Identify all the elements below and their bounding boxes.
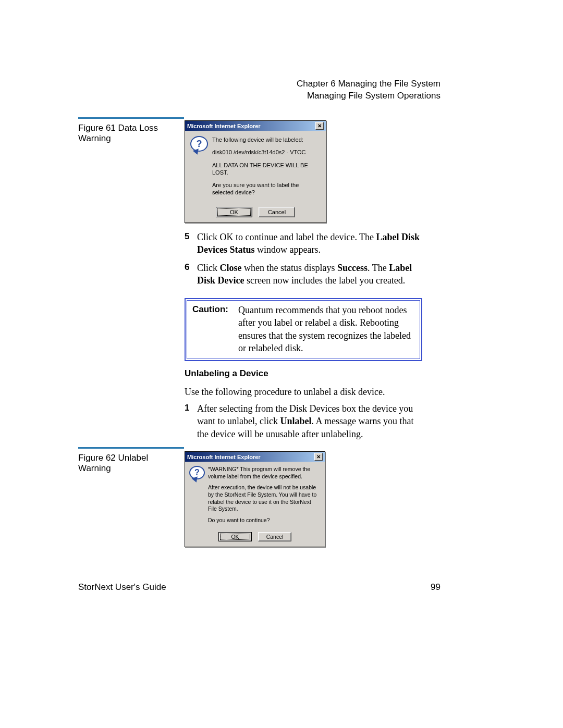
dialog-titlebar: Microsoft Internet Explorer ✕: [185, 121, 326, 131]
step-6-text: Click Close when the status displays Suc…: [197, 262, 424, 287]
caution-text: Quantum recommends that you reboot nodes…: [238, 304, 414, 354]
page-header: Chapter 6 Managing the File System Manag…: [297, 78, 440, 102]
dialog-p3: Do you want to continue?: [208, 517, 321, 524]
unlabel-warning-dialog: Microsoft Internet Explorer ✕ ? *WARNING…: [185, 451, 325, 547]
figure-61-caption: Figure 61 Data Loss Warning: [78, 123, 182, 144]
ok-button[interactable]: OK: [218, 532, 252, 541]
unlabel-intro: Use the following procedure to unlabel a…: [185, 386, 424, 398]
figure-rule: [78, 117, 184, 119]
dialog-line3: ALL DATA ON THE DEVICE WILL BE LOST.: [212, 162, 321, 177]
steps-5-6: 5 Click OK to continue and label the dev…: [185, 231, 424, 292]
step-1-unlabel: 1 After selecting from the Disk Devices …: [185, 402, 424, 446]
chapter-line: Chapter 6 Managing the File System: [297, 78, 440, 90]
dialog-p2: After execution, the device will not be …: [208, 484, 321, 513]
question-icon: ?: [189, 466, 204, 528]
close-icon[interactable]: ✕: [314, 453, 323, 461]
page-footer: StorNext User's Guide 99: [78, 582, 440, 593]
ok-button[interactable]: OK: [216, 207, 252, 217]
figure-rule: [78, 447, 184, 449]
section-line: Managing File System Operations: [297, 90, 440, 102]
footer-title: StorNext User's Guide: [78, 582, 166, 593]
page-number: 99: [431, 582, 440, 593]
caution-label: Caution:: [192, 304, 238, 354]
dialog-title: Microsoft Internet Explorer: [187, 454, 261, 460]
dialog-message: *WARNING* This program will remove the v…: [208, 466, 321, 528]
figure-62-caption: Figure 62 Unlabel Warning: [78, 453, 182, 474]
dialog-title: Microsoft Internet Explorer: [187, 123, 261, 129]
caution-box: Caution: Quantum recommends that you reb…: [185, 298, 422, 361]
dialog-titlebar: Microsoft Internet Explorer ✕: [185, 452, 325, 462]
cancel-button[interactable]: Cancel: [259, 207, 295, 217]
unlabeling-subhead: Unlabeling a Device: [185, 368, 268, 379]
cancel-button[interactable]: Cancel: [258, 532, 291, 541]
step-1u-text: After selecting from the Disk Devices bo…: [197, 402, 424, 440]
dialog-message: The following device will be labeled: di…: [212, 136, 321, 202]
dialog-p1: *WARNING* This program will remove the v…: [208, 466, 321, 480]
data-loss-warning-dialog: Microsoft Internet Explorer ✕ ? The foll…: [185, 120, 326, 223]
step-number: 1: [185, 402, 197, 440]
dialog-line2: disk010 /dev/rdsk/c3t14d0s2 - VTOC: [212, 149, 321, 156]
dialog-line1: The following device will be labeled:: [212, 136, 321, 143]
step-number: 6: [185, 262, 197, 287]
step-number: 5: [185, 231, 197, 256]
close-icon[interactable]: ✕: [315, 122, 324, 130]
dialog-line4: Are you sure you want to label the selec…: [212, 181, 321, 196]
step-5-text: Click OK to continue and label the devic…: [197, 231, 424, 256]
question-icon: ?: [190, 136, 207, 202]
